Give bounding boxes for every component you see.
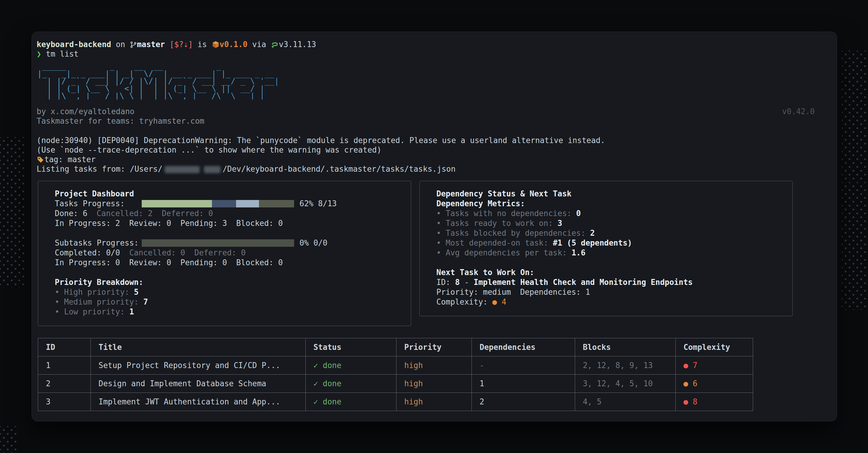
listing-suffix: /Dev/keyboard-backend/.taskmaster/tasks/… [223, 165, 456, 173]
redacted-username [165, 166, 200, 173]
prompt-caret: ❯ [37, 50, 41, 58]
priority-low-label: • Low priority: [55, 307, 125, 316]
tasks-progress-label: Tasks Progress: [55, 199, 142, 208]
project-dashboard-panel: Project Dashboard Tasks Progress:62% 8/1… [38, 181, 411, 326]
dashboard-panels: Project Dashboard Tasks Progress:62% 8/1… [38, 181, 825, 326]
command-text: tm list [46, 50, 79, 58]
task-title-cell: Setup Project Repository and CI/CD P... [91, 357, 306, 375]
next-task-id-label: ID: [436, 278, 451, 287]
priority-medium-label: • Medium priority: [55, 298, 139, 306]
priority-row-low: • Low priority: 1 [55, 307, 402, 317]
subtask-counts-row-1: Completed: 0/0Cancelled: 0Deferred: 0 [55, 248, 402, 258]
dot-pattern-right-top [842, 51, 868, 182]
next-task-complexity: ● 4 [492, 298, 506, 306]
column-header-status: Status [306, 338, 397, 357]
project-dashboard-title: Project Dashboard [55, 189, 402, 199]
cancelled-count: Cancelled: 2 [97, 209, 153, 218]
done-count: Done: 6 [55, 209, 88, 218]
metric-label: • Most depended-on task: [436, 238, 548, 247]
task-status-cell: ✓ done [306, 357, 397, 375]
subtask-deferred-count: Deferred: 0 [194, 248, 246, 257]
taskmaster-ascii-logo: _____ _ __ __ _ |_ _|_ _ ___| | _| \/ | … [37, 62, 825, 100]
subtasks-progress-label: Subtasks Progress: [55, 238, 142, 248]
column-header-id: ID [38, 338, 91, 357]
dependency-metrics-title: Dependency Metrics: [436, 199, 783, 208]
task-table: ID Title Status Priority Dependencies Bl… [38, 338, 753, 411]
next-task-priority-label: Priority: [436, 288, 478, 296]
tag-icon [37, 155, 44, 164]
blank-line [436, 258, 783, 267]
metric-avg-dependencies: • Avg dependencies per task: 1.6 [436, 248, 783, 258]
shell-prompt-line: keyboard-backend on master [$?⇣] is v0.1… [37, 40, 825, 49]
task-deps-cell: 2 [472, 393, 575, 411]
python-icon [271, 40, 279, 49]
metric-label: • Avg dependencies per task: [436, 248, 567, 257]
teams-tagline: Taskmaster for teams: tryhamster.com [37, 116, 825, 126]
task-complexity-cell: ● 7 [676, 357, 753, 375]
dependency-panel: Dependency Status & Next Task Dependency… [420, 181, 793, 316]
prompt-directory: keyboard-backend [37, 40, 111, 49]
task-status-cell: ✓ done [306, 375, 397, 393]
command-line: ❯ tm list [37, 49, 825, 59]
byline-text: by x.com/eyaltoledano [37, 107, 134, 116]
progress-segment-cancelled [212, 200, 236, 207]
task-status-cell: ✓ done [306, 393, 397, 411]
metric-label: • Tasks blocked by dependencies: [436, 229, 586, 237]
task-id-cell: 1 [38, 357, 91, 375]
subtasks-progress-row: Subtasks Progress:0% 0/0 [55, 238, 402, 248]
task-priority-cell: high [397, 393, 472, 411]
listing-prefix: Listing tasks from: /Users/ [37, 165, 162, 173]
subtask-review-count: Review: 0 [129, 258, 171, 267]
in-progress-count: In Progress: 2 [55, 219, 120, 228]
prompt-is-word: is [198, 40, 207, 49]
task-complexity-cell: ● 6 [676, 375, 753, 393]
prompt-python-version: v3.11.13 [279, 40, 316, 49]
dot-pattern-right-middle [842, 182, 868, 310]
metric-label: • Tasks ready to work on: [436, 219, 553, 228]
priority-medium-value: 7 [143, 298, 148, 306]
deferred-count: Deferred: 0 [162, 209, 213, 218]
desktop-background: keyboard-backend on master [$?⇣] is v0.1… [0, 0, 868, 453]
deprecation-warning-line-2: (Use `node --trace-deprecation ...` to s… [37, 145, 825, 155]
metric-blocked-by-deps: • Tasks blocked by dependencies: 2 [436, 228, 783, 238]
tag-line: tag: master [37, 155, 825, 164]
byline-row: by x.com/eyaltoledano v0.42.0 [37, 107, 825, 116]
task-id-cell: 3 [38, 393, 91, 411]
next-task-deps: 1 [586, 288, 590, 296]
tasks-progress-bar [142, 200, 294, 207]
metric-value: #1 (5 dependents) [553, 238, 632, 247]
prompt-git-status: [$?⇣] [170, 40, 193, 49]
review-count: Review: 0 [129, 219, 171, 228]
tag-label: tag: [44, 155, 63, 164]
priority-row-high: • High priority: 5 [55, 287, 402, 297]
next-task-name: Implement Health Check and Monitoring En… [473, 278, 693, 287]
subtask-pending-count: Pending: 0 [180, 258, 227, 267]
subtasks-progress-value: 0% 0/0 [300, 238, 328, 247]
next-task-separator: - [464, 278, 469, 287]
task-deps-cell: - [472, 357, 575, 375]
priority-row-medium: • Medium priority: 7 [55, 297, 402, 307]
next-task-deps-label: Dependencies: [520, 288, 581, 296]
tag-value: master [68, 155, 96, 164]
blank-line [37, 126, 825, 136]
git-branch-icon [130, 40, 137, 49]
task-blocks-cell: 2, 12, 8, 9, 13 [575, 357, 676, 375]
terminal-window[interactable]: keyboard-backend on master [$?⇣] is v0.1… [32, 32, 837, 421]
metric-ready-to-work: • Tasks ready to work on: 3 [436, 219, 783, 228]
subtask-completed-count: Completed: 0/0 [55, 248, 120, 257]
priority-breakdown-title: Priority Breakdown: [55, 278, 402, 287]
task-title-cell: Implement JWT Authentication and App... [91, 393, 306, 411]
blocked-count: Blocked: 0 [236, 219, 283, 228]
task-blocks-cell: 3, 12, 4, 5, 10 [575, 375, 676, 393]
tasks-progress-row: Tasks Progress:62% 8/13 [55, 199, 402, 208]
subtasks-progress-bar [142, 239, 294, 247]
metric-value: 1.6 [571, 248, 586, 257]
next-task-title: Next Task to Work On: [436, 267, 783, 278]
progress-segment-in-progress [236, 200, 259, 207]
dot-pattern-bottom-left [0, 426, 19, 453]
dot-pattern-left [0, 137, 25, 288]
prompt-via-word: via [252, 40, 266, 49]
next-task-id: 8 [455, 278, 460, 287]
dependency-panel-title: Dependency Status & Next Task [436, 189, 783, 199]
next-task-complexity-label: Complexity: [436, 298, 488, 306]
